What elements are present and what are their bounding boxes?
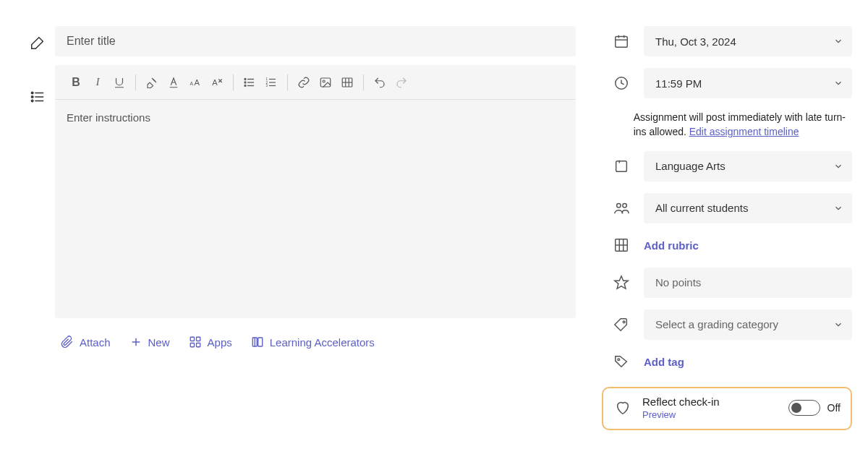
svg-rect-44 (616, 161, 627, 171)
add-tag-link[interactable]: Add tag (644, 351, 684, 372)
reflect-toggle-state: Off (827, 402, 841, 414)
chevron-down-icon (833, 161, 843, 171)
svg-point-14 (244, 82, 246, 83)
outline-icon (30, 89, 46, 107)
add-rubric-link[interactable]: Add rubric (644, 235, 699, 256)
new-button[interactable]: New (129, 336, 170, 349)
link-button[interactable] (293, 72, 315, 93)
accelerators-label: Learning Accelerators (270, 336, 375, 349)
due-date-select[interactable]: Thu, Oct 3, 2024 (644, 26, 852, 56)
svg-point-16 (244, 85, 246, 86)
class-value: Language Arts (655, 160, 726, 172)
underline-button[interactable] (109, 72, 130, 93)
edit-timeline-link[interactable]: Edit assignment timeline (689, 126, 799, 137)
reflect-toggle[interactable] (788, 400, 820, 416)
svg-rect-39 (616, 37, 628, 48)
svg-point-52 (623, 321, 625, 323)
italic-button[interactable]: I (87, 72, 109, 93)
highlight-button[interactable] (141, 72, 163, 93)
points-input[interactable]: No points (644, 268, 852, 298)
learning-accelerators-button[interactable]: Learning Accelerators (251, 336, 375, 349)
separator (363, 74, 364, 90)
svg-rect-24 (320, 78, 331, 87)
instructions-editor: B I AA A 123 Enter instructions (55, 65, 576, 318)
apps-label: Apps (208, 336, 232, 349)
edit-icon (30, 35, 46, 53)
due-time-value: 11:59 PM (655, 77, 702, 90)
svg-rect-33 (196, 337, 200, 341)
students-select[interactable]: All current students (644, 193, 852, 223)
grading-category-select[interactable]: Select a grading category (644, 309, 852, 340)
bullet-list-button[interactable] (239, 72, 260, 93)
separator (287, 74, 288, 90)
chevron-down-icon (833, 320, 843, 330)
svg-text:A: A (212, 77, 218, 86)
svg-point-12 (244, 78, 246, 80)
svg-point-45 (617, 203, 621, 208)
grading-category-placeholder: Select a grading category (655, 318, 778, 330)
category-icon (609, 317, 634, 333)
points-icon (609, 275, 634, 291)
font-size-button[interactable]: AA (184, 72, 206, 93)
svg-point-0 (31, 92, 33, 93)
instructions-input[interactable]: Enter instructions (55, 100, 576, 318)
table-button[interactable] (336, 72, 358, 93)
chevron-down-icon (833, 36, 843, 46)
svg-text:A: A (195, 77, 200, 86)
bold-button[interactable]: B (65, 72, 87, 93)
tag-icon (609, 354, 634, 369)
svg-point-4 (31, 100, 33, 101)
calendar-icon (609, 33, 634, 49)
svg-point-25 (323, 80, 325, 82)
svg-rect-35 (196, 343, 200, 347)
separator (233, 74, 234, 90)
svg-text:3: 3 (266, 84, 268, 87)
attach-button[interactable]: Attach (61, 336, 111, 349)
svg-rect-32 (190, 337, 194, 341)
class-select[interactable]: Language Arts (644, 151, 852, 181)
svg-point-2 (31, 96, 33, 98)
new-label: New (148, 336, 170, 349)
apps-button[interactable]: Apps (189, 336, 232, 349)
clear-formatting-button[interactable]: A (206, 72, 228, 93)
class-icon (609, 158, 634, 174)
undo-button[interactable] (369, 72, 391, 93)
image-button[interactable] (315, 72, 336, 93)
chevron-down-icon (833, 203, 843, 213)
students-value: All current students (655, 202, 748, 214)
chevron-down-icon (833, 78, 843, 88)
reflect-title: Reflect check-in (642, 396, 781, 408)
due-date-value: Thu, Oct 3, 2024 (655, 35, 736, 48)
svg-rect-34 (190, 343, 194, 347)
svg-rect-37 (258, 338, 263, 346)
reflect-checkin-callout: Reflect check-in Preview Off (602, 387, 852, 430)
reflect-preview-badge[interactable]: Preview (642, 409, 781, 420)
heart-icon (610, 400, 635, 416)
due-time-select[interactable]: 11:59 PM (644, 68, 852, 98)
rubric-icon (609, 237, 634, 253)
font-color-button[interactable] (163, 72, 184, 93)
svg-text:A: A (190, 80, 194, 85)
svg-marker-51 (615, 275, 628, 288)
attach-label: Attach (80, 336, 111, 349)
numbered-list-button[interactable]: 123 (260, 72, 282, 93)
title-input[interactable] (55, 26, 576, 56)
students-icon (609, 200, 634, 216)
svg-point-46 (623, 203, 627, 208)
separator (135, 74, 136, 90)
clock-icon (609, 75, 634, 91)
timeline-note: Assignment will post immediately with la… (634, 110, 852, 140)
editor-toolbar: B I AA A 123 (55, 65, 576, 100)
svg-point-53 (618, 359, 620, 361)
redo-button[interactable] (391, 72, 412, 93)
